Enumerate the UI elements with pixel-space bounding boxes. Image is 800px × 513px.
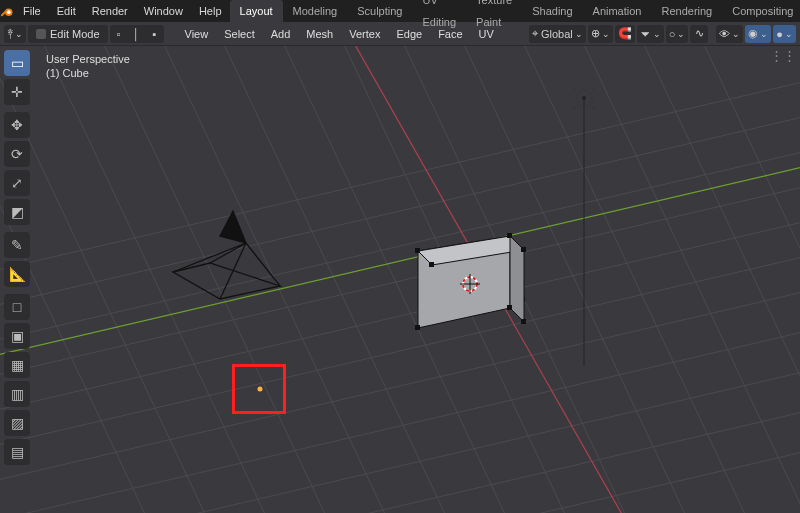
proportional-connected-icon[interactable]: ∿ [690, 25, 708, 43]
rotate-tool[interactable]: ⟳ [4, 141, 30, 167]
viewmenu-face[interactable]: Face [431, 22, 469, 46]
tab-sculpting[interactable]: Sculpting [347, 0, 412, 22]
svg-line-10 [0, 361, 800, 513]
menu-render[interactable]: Render [84, 0, 136, 22]
mode-dropdown[interactable]: Edit Mode [28, 25, 108, 43]
scene-canvas [0, 46, 800, 513]
svg-line-3 [0, 246, 800, 456]
inset-faces-tool[interactable]: ▥ [4, 381, 30, 407]
svg-point-34 [582, 96, 586, 100]
svg-line-30 [246, 243, 280, 286]
snap-toggle[interactable]: 🧲 [615, 25, 635, 43]
viewport-object-label: (1) Cube [46, 66, 130, 80]
editor-type-dropdown[interactable]: ༒ [4, 25, 26, 43]
svg-line-5 [0, 176, 800, 386]
menubar: File Edit Render Window Help Layout Mode… [0, 0, 800, 22]
annotate-tool[interactable]: ✎ [4, 232, 30, 258]
svg-line-24 [700, 46, 800, 513]
add-cube-tool[interactable]: □ [4, 294, 30, 320]
viewmenu-vertex[interactable]: Vertex [342, 22, 387, 46]
svg-rect-51 [521, 319, 526, 324]
svg-line-13 [40, 46, 280, 513]
menu-file[interactable]: File [15, 0, 49, 22]
svg-line-2 [0, 281, 800, 491]
svg-marker-27 [173, 263, 280, 299]
svg-marker-32 [220, 211, 246, 243]
blender-logo-icon[interactable] [0, 0, 15, 22]
viewmenu-add[interactable]: Add [264, 22, 298, 46]
region-toggle-icon[interactable]: ⋮⋮ [770, 48, 796, 63]
extrude-manifold-tool[interactable]: ▦ [4, 352, 30, 378]
highlight-annotation [232, 364, 286, 414]
editor-type-icon: ༒ [7, 28, 13, 40]
svg-line-6 [0, 141, 800, 351]
tab-compositing[interactable]: Compositing [722, 0, 800, 22]
viewmenu-select[interactable]: Select [217, 22, 262, 46]
svg-line-38 [592, 106, 596, 110]
orientation-dropdown[interactable]: ⌖Global [529, 25, 586, 43]
menu-window[interactable]: Window [136, 0, 191, 22]
svg-rect-49 [415, 325, 420, 330]
viewport-info: User Perspective (1) Cube [46, 52, 130, 80]
svg-rect-50 [507, 305, 512, 310]
menu-help[interactable]: Help [191, 0, 230, 22]
viewmenu-edge[interactable]: Edge [389, 22, 429, 46]
svg-line-35 [572, 86, 576, 90]
tab-modeling[interactable]: Modeling [283, 0, 348, 22]
shading-dropdown[interactable]: ● [773, 25, 796, 43]
svg-rect-48 [429, 262, 434, 267]
menu-edit[interactable]: Edit [49, 0, 84, 22]
viewmenu-mesh[interactable]: Mesh [299, 22, 340, 46]
select-box-tool[interactable]: ▭ [4, 50, 30, 76]
transform-tool[interactable]: ◩ [4, 199, 30, 225]
viewmenu-uv[interactable]: UV [472, 22, 501, 46]
tab-layout[interactable]: Layout [230, 0, 283, 22]
edge-select-icon[interactable]: │ [128, 25, 146, 43]
face-select-icon[interactable]: ▪ [146, 25, 164, 43]
svg-line-29 [210, 243, 246, 263]
measure-tool[interactable]: 📐 [4, 261, 30, 287]
svg-line-22 [580, 46, 800, 513]
snap-dropdown[interactable]: ⏷ [637, 25, 664, 43]
svg-line-36 [592, 86, 596, 90]
cube-object [415, 206, 526, 331]
bevel-tool[interactable]: ▨ [4, 410, 30, 436]
svg-line-4 [0, 211, 800, 421]
svg-line-14 [100, 46, 340, 513]
tab-shading[interactable]: Shading [522, 0, 582, 22]
svg-line-9 [0, 321, 800, 513]
toolbar-left: ▭ ✛ ✥ ⟳ ⤢ ◩ ✎ 📐 □ ▣ ▦ ▥ ▨ ▤ [4, 50, 30, 465]
svg-line-23 [640, 46, 800, 513]
svg-line-37 [572, 106, 576, 110]
3d-viewport[interactable]: ▭ ✛ ✥ ⟳ ⤢ ◩ ✎ 📐 □ ▣ ▦ ▥ ▨ ▤ User Perspec… [0, 46, 800, 513]
svg-rect-46 [507, 233, 512, 238]
viewmenu-view[interactable]: View [178, 22, 216, 46]
tab-rendering[interactable]: Rendering [651, 0, 722, 22]
loop-cut-tool[interactable]: ▤ [4, 439, 30, 465]
svg-line-15 [160, 46, 400, 513]
cursor-tool[interactable]: ✛ [4, 79, 30, 105]
pivot-dropdown[interactable]: ⊕ [588, 25, 613, 43]
svg-rect-47 [521, 247, 526, 252]
mesh-select-mode: ▫ │ ▪ [110, 25, 164, 43]
svg-line-7 [0, 106, 800, 316]
vertex-select-icon[interactable]: ▫ [110, 25, 128, 43]
move-tool[interactable]: ✥ [4, 112, 30, 138]
viewport-header: ༒ Edit Mode ▫ │ ▪ View Select Add Mesh V… [0, 22, 800, 46]
extrude-tool[interactable]: ▣ [4, 323, 30, 349]
overlays-dropdown[interactable]: ◉ [745, 25, 771, 43]
scale-tool[interactable]: ⤢ [4, 170, 30, 196]
visibility-dropdown[interactable]: 👁 [716, 25, 743, 43]
proportional-edit-dropdown[interactable]: ○ [666, 25, 689, 43]
svg-rect-45 [415, 248, 420, 253]
tab-animation[interactable]: Animation [583, 0, 652, 22]
viewport-perspective-label: User Perspective [46, 52, 130, 66]
